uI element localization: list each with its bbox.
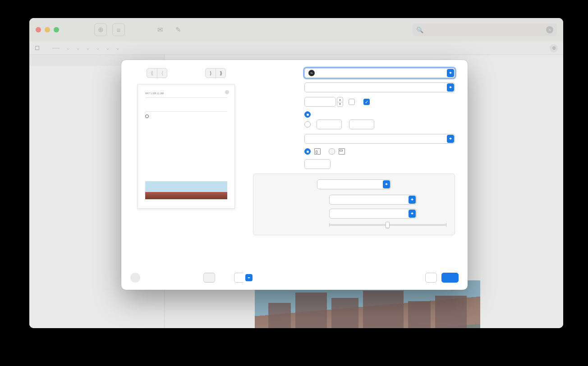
filter-bar: ☐ ⊕	[29, 41, 563, 55]
close-window-button[interactable]	[36, 27, 41, 32]
filter-drafts[interactable]	[96, 46, 99, 50]
preview-next-group[interactable]: ⟩⟫	[205, 68, 226, 78]
print-form: ▲▼ ✓	[251, 60, 468, 268]
feed-select[interactable]	[329, 195, 417, 205]
landscape-radio[interactable]	[329, 148, 335, 155]
filter-inboxes[interactable]	[66, 46, 69, 50]
print-button[interactable]	[441, 273, 459, 283]
window-controls	[36, 27, 59, 32]
copies-input[interactable]	[304, 97, 336, 107]
preview-close-icon	[225, 90, 229, 94]
presets-select[interactable]	[304, 82, 455, 92]
printer-select[interactable]	[304, 68, 455, 78]
twosided-checkbox[interactable]: ✓	[363, 99, 370, 105]
copies-stepper[interactable]: ▲▼	[337, 97, 343, 107]
preview-prev-group[interactable]: ⟪⟨	[147, 68, 167, 78]
maximize-window-button[interactable]	[54, 27, 59, 32]
print-preview-pane: ⟪⟨ ⟩⟫ MKT 1.329.11.188	[121, 60, 251, 268]
prev-page-icon[interactable]: ⟨	[157, 69, 167, 78]
minimize-window-button[interactable]	[45, 27, 50, 32]
last-page-icon[interactable]: ⟫	[216, 69, 225, 78]
pdf-caret-icon[interactable]	[245, 274, 253, 281]
search-input[interactable]: 🔍 ✕	[413, 23, 557, 36]
pages-to-input[interactable]	[349, 119, 374, 129]
clear-search-icon[interactable]: ✕	[546, 26, 553, 33]
archive-icon[interactable]: ≡	[112, 23, 125, 36]
cancel-button[interactable]	[425, 273, 437, 283]
help-button[interactable]	[130, 273, 140, 283]
filter-mail[interactable]	[86, 46, 89, 50]
pages-all-radio[interactable]	[304, 111, 311, 118]
print-dialog: ⟪⟨ ⟩⟫ MKT 1.329.11.188	[121, 60, 468, 290]
pages-range-radio[interactable]	[304, 121, 311, 128]
hide-details-button[interactable]	[203, 273, 215, 283]
papersize-select[interactable]	[304, 134, 455, 144]
portrait-radio[interactable]	[304, 148, 311, 155]
envelope-icon[interactable]: ✉	[154, 23, 166, 36]
pdf-menu-button[interactable]	[234, 273, 253, 283]
pages-from-input[interactable]	[317, 119, 342, 129]
scale-input[interactable]	[304, 159, 331, 169]
printer-status-icon	[308, 70, 315, 76]
search-icon: 🔍	[416, 27, 423, 33]
add-filter-icon[interactable]: ⊕	[550, 44, 558, 52]
bw-checkbox[interactable]	[349, 99, 355, 105]
next-page-icon[interactable]: ⟩	[206, 69, 216, 78]
landscape-icon	[339, 148, 345, 155]
preview-page: MKT 1.329.11.188	[138, 84, 235, 209]
filter-trash[interactable]	[115, 46, 119, 50]
mailboxes-button[interactable]: ☐	[35, 45, 40, 51]
first-page-icon[interactable]: ⟪	[147, 69, 157, 78]
quality-slider[interactable]	[329, 223, 446, 228]
portrait-icon	[314, 148, 321, 155]
quality-label	[262, 223, 325, 224]
dialog-footer	[121, 268, 468, 290]
section-select[interactable]	[317, 179, 391, 189]
filter-junk[interactable]	[106, 46, 109, 50]
compose-icon[interactable]: ⊕	[94, 23, 107, 36]
filter-sent[interactable]	[76, 46, 79, 50]
media-quality-panel	[253, 174, 455, 235]
media-select[interactable]	[329, 209, 417, 219]
edit-icon[interactable]: ✎	[172, 23, 184, 36]
titlebar: ⊕ ≡ ✉ ✎ 🔍 ✕	[29, 18, 563, 41]
filter-all[interactable]	[52, 48, 60, 49]
